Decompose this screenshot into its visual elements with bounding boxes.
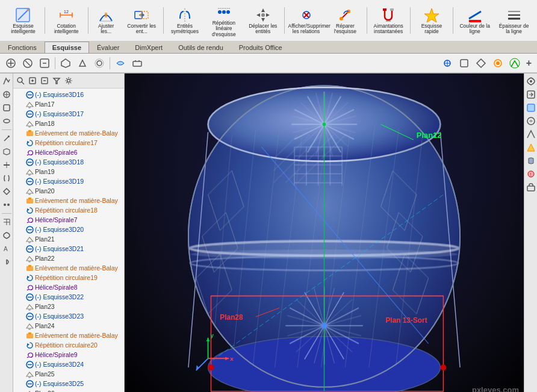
ajuster-button[interactable]: Ajuster les... — [90, 5, 122, 36]
tree-item[interactable]: (-) Esquisse3D21 — [13, 244, 124, 254]
tree-search-btn[interactable] — [14, 75, 26, 87]
tree-item[interactable]: Hélice/Spirale9 — [13, 350, 124, 359]
toolbar2-btn-6[interactable] — [91, 57, 108, 70]
right-btn-5[interactable] — [525, 128, 537, 140]
left-tool-5[interactable] — [1, 132, 13, 145]
left-tool-9[interactable] — [1, 185, 13, 198]
convertir-button[interactable]: Convertir les ent... — [122, 5, 161, 36]
tree-filter-btn[interactable] — [51, 75, 63, 87]
tab-esquisse[interactable]: Esquisse — [45, 42, 89, 53]
left-tool-1[interactable] — [1, 75, 13, 87]
tree-item[interactable]: Plan17 — [13, 99, 124, 109]
left-tool-6[interactable] — [1, 146, 13, 158]
tab-produits-office[interactable]: Produits Office — [231, 42, 290, 53]
epaisseur-ligne-button[interactable]: Épaisseur de la ligne — [494, 5, 533, 36]
left-tool-7[interactable] — [1, 159, 13, 171]
esquisse-rapide-button[interactable]: Esquisse rapide — [412, 5, 452, 36]
tree-item-label: (-) Esquisse3D25 — [35, 380, 84, 387]
viewport-3d[interactable]: x y Plan12 Plan28 Plan 13-Sort pxleyes.c… — [125, 73, 524, 392]
left-tool-10[interactable] — [1, 199, 13, 211]
right-btn-9[interactable] — [525, 181, 537, 193]
tree-item[interactable]: (-) Esquisse3D17 — [13, 109, 124, 119]
tree-item-label: Répétition circulaire18 — [35, 207, 98, 214]
view-btn-3[interactable] — [473, 57, 489, 70]
toolbar2-btn-3[interactable] — [36, 57, 53, 70]
tree-item[interactable]: Enlèvement de matière-Balay — [13, 196, 124, 205]
tree-item[interactable]: (-) Esquisse3D22 — [13, 292, 124, 302]
afficher-supprimer-button[interactable]: Afficher/Supprimer les relations — [287, 5, 326, 36]
cotation-button[interactable]: 12 Cotation intelligente — [47, 5, 86, 36]
repetition-lineaire-button[interactable]: Répétition linéaire d'esquisse — [204, 2, 243, 39]
left-tool-11[interactable] — [1, 216, 13, 228]
tree-item[interactable]: (-) Esquisse3D24 — [13, 359, 124, 369]
tree-item[interactable]: Répétition circulaire20 — [13, 340, 124, 350]
tree-item[interactable]: (-) Esquisse3D20 — [13, 225, 124, 234]
right-btn-1[interactable] — [525, 75, 537, 87]
right-btn-3[interactable] — [525, 102, 537, 114]
tree-item[interactable]: (-) Esquisse3D16 — [13, 90, 124, 99]
toolbar2-btn-8[interactable] — [129, 57, 146, 70]
toolbar2-btn-7[interactable] — [112, 57, 129, 70]
left-tool-2[interactable] — [1, 89, 13, 101]
tab-dimxpert[interactable]: DimXpert — [127, 42, 170, 53]
tab-outils-rendu[interactable]: Outils de rendu — [170, 42, 231, 53]
tree-item[interactable]: Plan21 — [13, 234, 124, 244]
view-btn-1[interactable] — [439, 57, 456, 70]
tree-item[interactable]: Répétition circulaire19 — [13, 273, 124, 282]
tree-collapse-btn[interactable] — [39, 75, 51, 87]
tree-item[interactable]: Répétition circulaire18 — [13, 205, 124, 215]
left-tool-4[interactable] — [1, 115, 13, 127]
tree-expand-btn[interactable] — [26, 75, 39, 87]
tree-item[interactable]: Enlèvement de matière-Balay — [13, 263, 124, 273]
tree-item[interactable]: Plan20 — [13, 186, 124, 196]
tree-item[interactable]: Plan23 — [13, 302, 124, 311]
right-btn-2[interactable] — [525, 89, 537, 101]
toolbar2-btn-4[interactable] — [57, 57, 74, 70]
view-btn-plus[interactable]: + — [523, 57, 535, 70]
tree-item[interactable]: Plan22 — [13, 254, 124, 263]
tree-item[interactable]: (-) Esquisse3D25 — [13, 379, 124, 388]
left-tool-12[interactable] — [1, 229, 13, 241]
tree-item[interactable]: Plan25 — [13, 369, 124, 379]
tab-fonctions[interactable]: Fonctions — [0, 42, 45, 53]
svg-rect-228 — [527, 186, 535, 191]
esquisse-intelligente-button[interactable]: Esquisse intelligente — [4, 5, 43, 36]
tab-evaluer[interactable]: Évaluer — [89, 42, 127, 53]
view-btn-4[interactable] — [489, 57, 506, 70]
tree-item[interactable]: Plan18 — [13, 119, 124, 128]
right-btn-4[interactable] — [525, 115, 537, 127]
right-btn-6[interactable] — [525, 142, 537, 154]
tree-item[interactable]: Enlèvement de matière-Balay — [13, 128, 124, 138]
toolbar2-btn-2[interactable] — [19, 57, 36, 70]
tree-settings-btn[interactable] — [63, 75, 75, 87]
sep1 — [45, 7, 45, 34]
tree-item[interactable]: Hélice/Spirale8 — [13, 282, 124, 292]
deplacer-button[interactable]: Déplacer les entités — [243, 5, 282, 36]
toolbar2-btn-5[interactable] — [74, 57, 91, 70]
tree-item[interactable]: Enlèvement de matière-Balay — [13, 331, 124, 340]
tree-item-label: Plan20 — [35, 187, 55, 194]
left-tool-3[interactable] — [1, 102, 13, 114]
toolbar2-btn-1[interactable] — [2, 57, 19, 70]
view-btn-5[interactable] — [506, 57, 523, 70]
reparer-button[interactable]: Réparer l'esquisse — [326, 5, 365, 36]
right-btn-7[interactable] — [525, 155, 537, 167]
entites-symetriques-button[interactable]: Entités symétriques — [166, 5, 205, 36]
view-btn-2[interactable] — [456, 57, 473, 70]
tree-item[interactable]: Plan24 — [13, 321, 124, 331]
left-tool-8[interactable] — [1, 172, 13, 184]
couleur-ligne-button[interactable]: Couleur de la ligne — [455, 5, 494, 36]
tree-item[interactable]: Hélice/Spirale6 — [13, 148, 124, 157]
svg-marker-100 — [27, 343, 29, 346]
tree-item[interactable]: (-) Esquisse3D23 — [13, 311, 124, 321]
aimantations-button[interactable]: Aimantations instantanées — [369, 5, 408, 36]
tree-item[interactable]: Hélice/Spirale7 — [13, 215, 124, 225]
tree-item[interactable]: (-) Esquisse3D19 — [13, 176, 124, 186]
right-btn-8[interactable]: ! — [525, 168, 537, 180]
tree-item[interactable]: Plan19 — [13, 167, 124, 176]
tree-item[interactable]: Répétition circulaire17 — [13, 138, 124, 148]
left-tool-13[interactable]: A — [1, 243, 13, 255]
tree-item[interactable]: (-) Esquisse3D18 — [13, 157, 124, 167]
left-tool-14[interactable] — [1, 256, 13, 268]
tree-item[interactable]: Plan26 — [13, 388, 124, 392]
